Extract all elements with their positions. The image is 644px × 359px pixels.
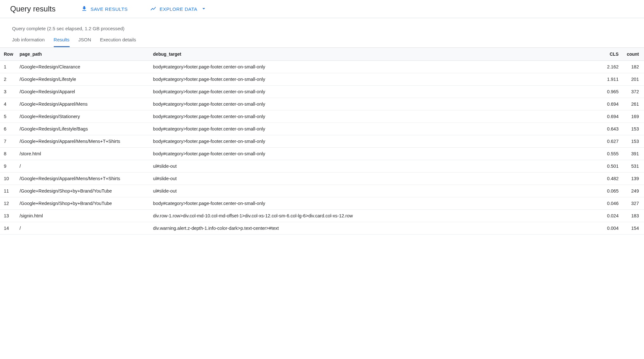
cell-count: 169 (622, 110, 644, 123)
table-row[interactable]: 13/signin.htmldiv.row-1.row>div.col-md-1… (0, 210, 644, 222)
cell-cls: 0.643 (599, 123, 622, 135)
table-row[interactable]: 11/Google+Redesign/Shop+by+Brand/YouTube… (0, 185, 644, 197)
cell-count: 154 (622, 222, 644, 235)
table-row[interactable]: 3/Google+Redesign/Apparelbody#category>f… (0, 86, 644, 98)
cell-debug-target: body#category>footer.page-footer.center-… (150, 148, 599, 160)
cell-cls: 0.627 (599, 135, 622, 148)
cell-cls: 0.482 (599, 172, 622, 185)
chevron-down-icon (201, 5, 207, 13)
column-header-count[interactable]: count (622, 48, 644, 61)
cell-page-path: /Google+Redesign/Apparel/Mens (17, 98, 150, 110)
results-table: Row page_path debug_target CLS count 1/G… (0, 47, 644, 235)
cell-count: 153 (622, 123, 644, 135)
cell-count: 153 (622, 135, 644, 148)
cell-row: 4 (0, 98, 17, 110)
table-row[interactable]: 1/Google+Redesign/Clearancebody#category… (0, 61, 644, 73)
cell-count: 201 (622, 73, 644, 86)
column-header-cls[interactable]: CLS (599, 48, 622, 61)
table-row[interactable]: 9/ul#slide-out0.501531 (0, 160, 644, 172)
cell-debug-target: div.warning.alert.z-depth-1.info-color-d… (150, 222, 599, 235)
column-header-page-path[interactable]: page_path (17, 48, 150, 61)
query-status-text: Query complete (2.5 sec elapsed, 1.2 GB … (12, 26, 632, 31)
table-row[interactable]: 7/Google+Redesign/Apparel/Mens/Mens+T+Sh… (0, 135, 644, 148)
cell-page-path: /Google+Redesign/Stationery (17, 110, 150, 123)
cell-debug-target: body#category>footer.page-footer.center-… (150, 73, 599, 86)
table-row[interactable]: 12/Google+Redesign/Shop+by+Brand/YouTube… (0, 197, 644, 210)
tab-results[interactable]: Results (54, 37, 70, 47)
cell-cls: 0.965 (599, 86, 622, 98)
cell-page-path: /signin.html (17, 210, 150, 222)
table-row[interactable]: 2/Google+Redesign/Lifestylebody#category… (0, 73, 644, 86)
cell-page-path: /Google+Redesign/Lifestyle/Bags (17, 123, 150, 135)
cell-debug-target: body#category>footer.page-footer.center-… (150, 197, 599, 210)
table-row[interactable]: 6/Google+Redesign/Lifestyle/Bagsbody#cat… (0, 123, 644, 135)
save-results-button[interactable]: SAVE RESULTS (81, 5, 128, 13)
cell-row: 10 (0, 172, 17, 185)
result-tabs: Job information Results JSON Execution d… (12, 37, 632, 47)
cell-page-path: /Google+Redesign/Apparel (17, 86, 150, 98)
table-row[interactable]: 8/store.htmlbody#category>footer.page-fo… (0, 148, 644, 160)
cell-row: 3 (0, 86, 17, 98)
cell-page-path: /store.html (17, 148, 150, 160)
cell-debug-target: body#category>footer.page-footer.center-… (150, 86, 599, 98)
tab-json[interactable]: JSON (79, 37, 91, 47)
cell-page-path: /Google+Redesign/Shop+by+Brand/YouTube (17, 197, 150, 210)
cell-debug-target: ul#slide-out (150, 185, 599, 197)
cell-debug-target: body#category>footer.page-footer.center-… (150, 135, 599, 148)
table-row[interactable]: 5/Google+Redesign/Stationerybody#categor… (0, 110, 644, 123)
column-header-debug-target[interactable]: debug_target (150, 48, 599, 61)
cell-count: 182 (622, 61, 644, 73)
download-icon (81, 5, 87, 13)
chart-icon (150, 5, 156, 13)
cell-row: 13 (0, 210, 17, 222)
cell-row: 9 (0, 160, 17, 172)
cell-row: 6 (0, 123, 17, 135)
cell-cls: 0.694 (599, 98, 622, 110)
cell-row: 2 (0, 73, 17, 86)
cell-row: 11 (0, 185, 17, 197)
toolbar-header: Query results SAVE RESULTS EXPLORE DATA (0, 0, 644, 18)
cell-count: 249 (622, 185, 644, 197)
cell-row: 5 (0, 110, 17, 123)
explore-data-label: EXPLORE DATA (160, 6, 197, 12)
cell-cls: 0.004 (599, 222, 622, 235)
explore-data-button[interactable]: EXPLORE DATA (150, 5, 207, 13)
cell-page-path: /Google+Redesign/Lifestyle (17, 73, 150, 86)
cell-count: 391 (622, 148, 644, 160)
cell-row: 1 (0, 61, 17, 73)
table-row[interactable]: 4/Google+Redesign/Apparel/Mensbody#categ… (0, 98, 644, 110)
tab-job-information[interactable]: Job information (12, 37, 45, 47)
cell-count: 183 (622, 210, 644, 222)
cell-row: 14 (0, 222, 17, 235)
cell-debug-target: ul#slide-out (150, 172, 599, 185)
save-results-label: SAVE RESULTS (91, 6, 128, 12)
cell-cls: 0.694 (599, 110, 622, 123)
table-row[interactable]: 14/div.warning.alert.z-depth-1.info-colo… (0, 222, 644, 235)
table-row[interactable]: 10/Google+Redesign/Apparel/Mens/Mens+T+S… (0, 172, 644, 185)
cell-debug-target: body#category>footer.page-footer.center-… (150, 98, 599, 110)
cell-row: 12 (0, 197, 17, 210)
column-header-row[interactable]: Row (0, 48, 17, 61)
page-title: Query results (10, 4, 56, 13)
cell-cls: 0.046 (599, 197, 622, 210)
cell-debug-target: div.row-1.row>div.col-md-10.col-md-offse… (150, 210, 599, 222)
cell-count: 372 (622, 86, 644, 98)
cell-count: 261 (622, 98, 644, 110)
cell-debug-target: body#category>footer.page-footer.center-… (150, 123, 599, 135)
cell-page-path: / (17, 160, 150, 172)
cell-page-path: /Google+Redesign/Apparel/Mens/Mens+T+Shi… (17, 135, 150, 148)
cell-page-path: / (17, 222, 150, 235)
cell-cls: 1.911 (599, 73, 622, 86)
cell-page-path: /Google+Redesign/Clearance (17, 61, 150, 73)
cell-page-path: /Google+Redesign/Apparel/Mens/Mens+T+Shi… (17, 172, 150, 185)
cell-cls: 0.555 (599, 148, 622, 160)
tab-execution-details[interactable]: Execution details (100, 37, 136, 47)
cell-cls: 2.162 (599, 61, 622, 73)
cell-cls: 0.065 (599, 185, 622, 197)
cell-row: 8 (0, 148, 17, 160)
cell-cls: 0.024 (599, 210, 622, 222)
cell-cls: 0.501 (599, 160, 622, 172)
cell-count: 531 (622, 160, 644, 172)
cell-debug-target: body#category>footer.page-footer.center-… (150, 110, 599, 123)
cell-debug-target: body#category>footer.page-footer.center-… (150, 61, 599, 73)
